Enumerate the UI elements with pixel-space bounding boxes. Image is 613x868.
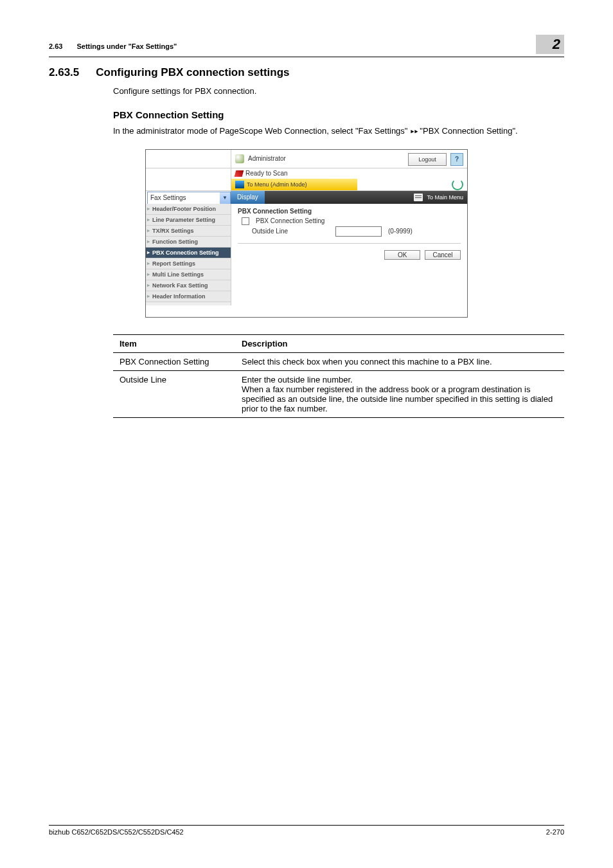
mode-icon [235,181,244,188]
table-cell-desc: Select this check box when you connect t… [235,352,564,370]
nav-multiline[interactable]: Multi Line Settings [146,269,231,280]
nav-txrx[interactable]: TX/RX Settings [146,226,231,237]
outside-line-input[interactable] [335,226,382,237]
to-main-menu-button[interactable]: To Main Menu [427,194,463,201]
outside-line-label: Outside Line [252,228,329,235]
table-header-item: Item [113,334,235,352]
reload-icon[interactable] [452,179,463,190]
cancel-button[interactable]: Cancel [425,250,461,260]
nav-pbx[interactable]: PBX Connection Setting [146,248,231,258]
ok-button[interactable]: OK [384,250,420,260]
tab-bar: To Main Menu [265,191,467,204]
description-table: Item Description PBX Connection Setting … [113,334,564,418]
admin-label: Administrator [248,155,286,162]
admin-icon [235,154,244,163]
page-header: 2.63 Settings under "Fax Settings" 2 [49,39,564,57]
chevron-down-icon: ▼ [220,192,230,204]
heading-2: 2.63.5 Configuring PBX connection settin… [49,66,564,79]
mode-bar[interactable]: To Menu (Admin Mode) [231,179,357,190]
h2-title: Configuring PBX connection settings [96,66,289,79]
display-button[interactable]: Display [231,191,265,204]
screenshot-figure: Administrator Logout ? Ready to Scan To … [145,149,468,318]
logout-button[interactable]: Logout [408,153,447,166]
h2-number: 2.63.5 [49,66,79,79]
sidebar-nav: Header/Footer Position Line Parameter Se… [146,204,231,305]
intro-text: Configure settings for PBX connection. [113,86,564,98]
nav-function[interactable]: Function Setting [146,237,231,248]
category-select[interactable]: Fax Settings ▼ [147,192,231,204]
table-cell-item: PBX Connection Setting [113,352,235,370]
table-cell-item: Outside Line [113,370,235,417]
help-icon[interactable]: ? [450,153,463,166]
subhead-intro: In the administrator mode of PageScope W… [113,125,564,138]
footer-right: 2-270 [546,828,564,836]
section-title: Settings under "Fax Settings" [76,42,177,50]
nav-line-parameter[interactable]: Line Parameter Setting [146,215,231,226]
status-icon [235,170,244,177]
heading-3: PBX Connection Setting [113,109,564,120]
nav-header-footer[interactable]: Header/Footer Position [146,204,231,215]
table-header-desc: Description [235,334,564,352]
content-title: PBX Connection Setting [238,208,461,215]
pbx-checkbox[interactable] [242,217,249,225]
table-cell-desc: Enter the outside line number. When a fa… [235,370,564,417]
nav-report[interactable]: Report Settings [146,258,231,269]
page-footer: bizhub C652/C652DS/C552/C552DS/C452 2-27… [49,825,564,836]
nav-networkfax[interactable]: Network Fax Setting [146,280,231,291]
section-number: 2.63 [49,42,62,50]
footer-left: bizhub C652/C652DS/C552/C552DS/C452 [49,828,184,836]
pbx-checkbox-label: PBX Connection Setting [256,217,324,224]
chapter-badge: 2 [536,35,564,54]
arrows-icon: ▸▸ [410,126,418,136]
outside-line-range: (0-9999) [388,228,413,235]
status-text: Ready to Scan [245,170,288,177]
nav-headerinfo[interactable]: Header Information [146,291,231,302]
list-icon [414,194,423,201]
logo-area [146,150,231,168]
